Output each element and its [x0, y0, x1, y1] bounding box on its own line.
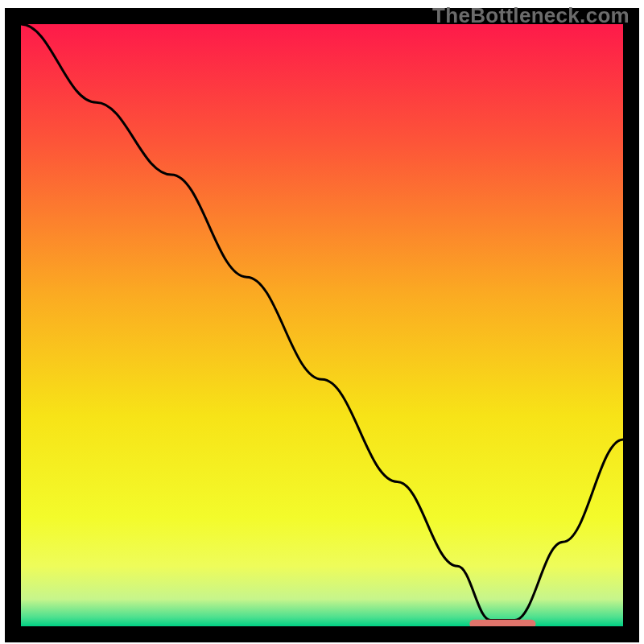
- gradient-background: [21, 24, 623, 626]
- watermark-label: TheBottleneck.com: [432, 3, 630, 28]
- chart-container: TheBottleneck.com: [0, 0, 644, 644]
- bottleneck-chart: [0, 0, 644, 644]
